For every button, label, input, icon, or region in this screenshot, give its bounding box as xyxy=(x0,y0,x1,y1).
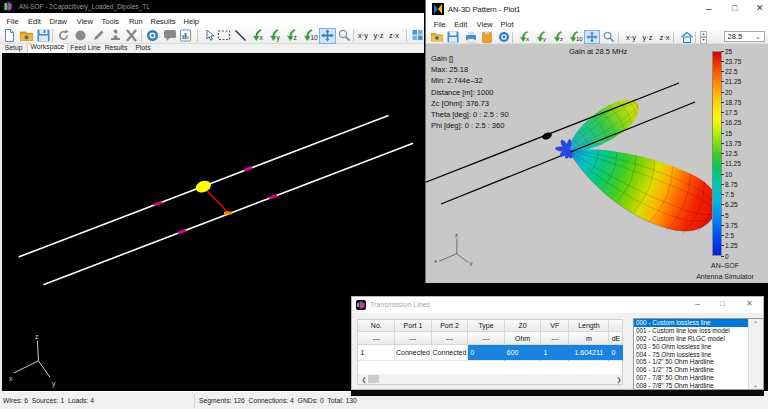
svg-text:x: x xyxy=(9,375,13,382)
svg-text:z: z xyxy=(455,232,458,238)
svg-text:z: z xyxy=(35,333,39,340)
svg-text:y: y xyxy=(470,260,473,266)
svg-text:y: y xyxy=(52,380,56,388)
svg-text:x: x xyxy=(434,258,437,264)
